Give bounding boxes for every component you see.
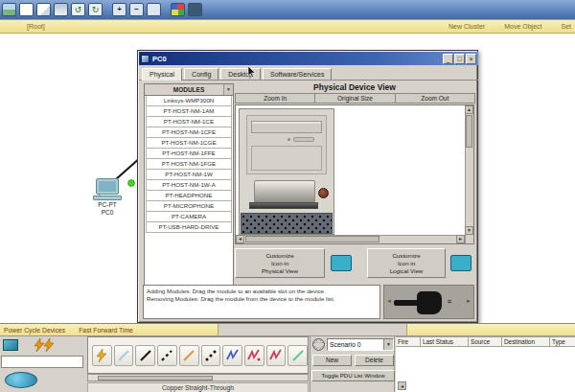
scenario-dropdown[interactable]: Scenario 0 ▼: [327, 338, 394, 351]
close-button[interactable]: ×: [466, 54, 476, 64]
module-item[interactable]: Linksys-WMP300N: [146, 96, 232, 106]
scroll-up-icon[interactable]: ▲: [465, 105, 473, 114]
module-item[interactable]: PT-HOST-NM-1CGE: [146, 138, 232, 149]
drive-bays: [246, 115, 327, 174]
logical-view-pc-icon: [448, 248, 474, 278]
floppy-slot: [249, 202, 318, 209]
set-background-button[interactable]: Set: [561, 23, 571, 30]
wallpaper-icon[interactable]: [2, 3, 16, 16]
vertical-scrollbar[interactable]: ▲ ▼: [465, 105, 473, 243]
pc-device[interactable]: PC-PT PC0: [86, 178, 128, 217]
coaxial-icon[interactable]: [222, 345, 242, 366]
fast-forward-button[interactable]: Fast Forward Time: [79, 327, 133, 334]
packet-tracer-window: ↺ ↻ + − [Root] New Cluster Move Object S…: [0, 0, 575, 392]
move-object-button[interactable]: Move Object: [504, 23, 541, 30]
vent-grille: [241, 213, 333, 234]
scroll-left-icon[interactable]: ◄: [236, 235, 244, 243]
root-button[interactable]: [Root]: [27, 23, 45, 30]
dialog-titlebar[interactable]: PC0 _ □ ×: [139, 52, 478, 65]
custom-devices-icon[interactable]: [188, 3, 202, 16]
module-item[interactable]: PT-HOST-NM-1W: [146, 170, 232, 180]
undo-icon[interactable]: ↺: [71, 3, 85, 16]
scroll-right-icon[interactable]: ►: [456, 235, 465, 243]
scroll-thumb[interactable]: [245, 236, 380, 242]
pdu-header-source: Source: [469, 336, 502, 347]
horizontal-scrollbar[interactable]: ◄ ►: [236, 235, 465, 243]
scenario-panel: Scenario 0 ▼ New Delete Toggle PDU List …: [310, 336, 395, 392]
module-item[interactable]: PT-HOST-NM-1AM: [146, 106, 232, 117]
category-oval-icon[interactable]: [5, 372, 37, 388]
palette-scrollbar[interactable]: [87, 374, 309, 381]
auto-connect-icon[interactable]: [92, 345, 112, 366]
preview-left-icon[interactable]: ◄: [386, 298, 392, 304]
zoom-in-icon[interactable]: +: [112, 3, 126, 16]
floppy-drive: [254, 180, 315, 203]
serial-dce-icon[interactable]: [244, 345, 264, 366]
note-icon[interactable]: [19, 3, 34, 16]
module-item[interactable]: PT-MICROPHONE: [146, 201, 232, 212]
scroll-down-icon[interactable]: ▼: [465, 226, 473, 235]
copy-icon[interactable]: [36, 3, 51, 16]
tab-software-services[interactable]: Software/Services: [263, 68, 332, 80]
module-item[interactable]: PT-HEADPHONE: [146, 191, 232, 201]
customize-physical-button[interactable]: Customize Icon in Physical View: [235, 248, 325, 278]
module-item[interactable]: PT-HOST-NM-1CFE: [146, 127, 232, 138]
power-button[interactable]: [318, 188, 329, 198]
zoom-reset-icon[interactable]: −: [129, 3, 144, 16]
device-image-area: ▲ ▼ ◄ ►: [235, 104, 474, 244]
preview-right-icon[interactable]: ►: [466, 298, 472, 304]
category-label-box: [1, 356, 83, 368]
scenario-new-button[interactable]: New: [312, 355, 352, 366]
zoom-out-button[interactable]: Zoom Out: [395, 93, 475, 104]
pc-tower-image[interactable]: [239, 108, 334, 235]
connections-category-icon[interactable]: [33, 337, 58, 353]
modules-scroll-icon[interactable]: ▼: [223, 84, 233, 95]
dropdown-arrow-icon[interactable]: ▼: [383, 339, 393, 350]
original-size-button[interactable]: Original Size: [314, 93, 395, 104]
serial-dte-icon[interactable]: [266, 345, 287, 366]
pc-monitor-icon: [96, 178, 119, 195]
octal-icon[interactable]: [288, 345, 308, 366]
zoom-out-icon[interactable]: [147, 3, 161, 16]
copper-crossover-icon[interactable]: [157, 345, 177, 366]
phone-cable-icon[interactable]: [201, 345, 221, 366]
fiber-icon[interactable]: [179, 345, 199, 366]
empty-bay: [251, 146, 322, 171]
drive-led: [288, 138, 290, 141]
console-cable-icon[interactable]: [114, 345, 134, 366]
scenario-delete-button[interactable]: Delete: [355, 355, 394, 366]
module-item[interactable]: PT-CAMERA: [146, 212, 232, 222]
tab-physical[interactable]: Physical: [142, 68, 182, 81]
module-item[interactable]: PT-HOST-NM-1W-A: [146, 180, 232, 191]
eject-button: [293, 137, 314, 142]
device-category-icon[interactable]: [3, 339, 18, 351]
scroll-thumb[interactable]: [98, 376, 213, 380]
copper-straight-icon[interactable]: [135, 345, 155, 366]
module-item[interactable]: PT-USB-HARD-DRIVE: [146, 222, 232, 233]
mouse-cursor-icon: [247, 66, 257, 78]
redo-icon[interactable]: ↻: [88, 3, 103, 16]
scroll-thumb[interactable]: [466, 115, 472, 148]
pdu-scroll-left-icon[interactable]: ◄: [398, 381, 406, 390]
device-model-label: PC-PT: [86, 201, 128, 208]
toggle-pdu-list-button[interactable]: Toggle PDU List Window: [311, 370, 395, 381]
selected-connection-label: Copper Straight-Through: [87, 382, 309, 392]
paste-icon[interactable]: [54, 3, 68, 16]
module-item[interactable]: PT-HOST-NM-1FFE: [146, 149, 232, 159]
module-item[interactable]: PT-HOST-NM-1CE: [146, 117, 232, 127]
minimize-button[interactable]: _: [443, 54, 453, 64]
pdu-header-type: Type: [550, 336, 575, 347]
power-cycle-button[interactable]: Power Cycle Devices: [4, 327, 65, 334]
module-preview-panel: ◄ = ►: [383, 285, 474, 319]
customize-logical-button[interactable]: Customize Icon in Logical View: [367, 248, 446, 278]
palette-icon[interactable]: [171, 3, 185, 16]
tab-config[interactable]: Config: [184, 68, 218, 80]
dialog-title: PC0: [152, 55, 167, 63]
module-item[interactable]: PT-HOST-NM-1FGE: [146, 159, 232, 170]
cd-drive-slot: [251, 121, 322, 133]
new-cluster-button[interactable]: New Cluster: [448, 23, 485, 30]
maximize-button[interactable]: □: [454, 54, 465, 64]
device-dialog: PC0 _ □ × Physical Config Desktop Softwa…: [137, 50, 478, 323]
logical-workspace-bar: [Root] New Cluster Move Object Set: [0, 19, 575, 34]
zoom-in-button[interactable]: Zoom In: [235, 93, 315, 104]
